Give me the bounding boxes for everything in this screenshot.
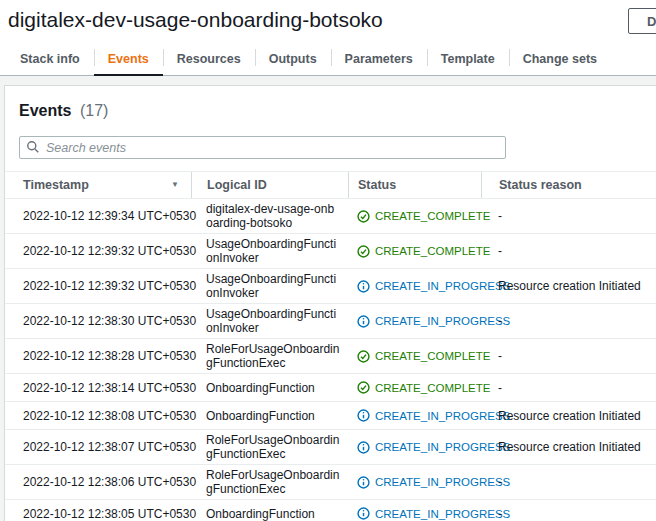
cell-timestamp: 2022-10-12 12:38:07 UTC+0530: [5, 440, 191, 454]
tab-outputs[interactable]: Outputs: [255, 44, 331, 76]
status-label: CREATE_COMPLETE: [375, 381, 490, 395]
tab-parameters[interactable]: Parameters: [331, 44, 427, 76]
info-circle-icon: [357, 315, 370, 328]
tab-label: Events: [108, 52, 149, 66]
delete-button[interactable]: Delete: [628, 8, 656, 34]
cell-timestamp: 2022-10-12 12:38:14 UTC+0530: [5, 381, 191, 395]
column-label: Logical ID: [207, 178, 267, 192]
check-circle-icon: [357, 210, 370, 223]
cell-logical-id: RoleForUsageOnboardingFunctionExec: [191, 468, 348, 496]
cell-logical-id: OnboardingFunction: [191, 381, 348, 395]
tab-label: Template: [441, 52, 495, 66]
table-row: 2022-10-12 12:39:32 UTC+0530 UsageOnboar…: [5, 234, 656, 269]
cell-logical-id: UsageOnboardingFunctionInvoker: [191, 237, 348, 265]
status-icon: [357, 280, 370, 293]
cell-status: CREATE_COMPLETE: [348, 209, 481, 223]
cell-status: CREATE_COMPLETE: [348, 244, 481, 258]
status-icon: [357, 441, 370, 454]
cell-timestamp: 2022-10-12 12:38:08 UTC+0530: [5, 409, 191, 423]
events-panel-title: Events (17): [19, 102, 649, 120]
info-circle-icon: [357, 409, 370, 422]
table-body: 2022-10-12 12:39:34 UTC+0530 digitalex-d…: [5, 199, 656, 521]
cell-timestamp: 2022-10-12 12:38:06 UTC+0530: [5, 475, 191, 489]
table-row: 2022-10-12 12:38:08 UTC+0530 OnboardingF…: [5, 402, 656, 430]
cell-timestamp: 2022-10-12 12:39:34 UTC+0530: [5, 209, 191, 223]
tab-stack-info[interactable]: Stack info: [6, 44, 94, 76]
cell-logical-id: OnboardingFunction: [191, 409, 348, 423]
tab-events[interactable]: Events: [94, 44, 163, 76]
column-header-status-reason[interactable]: Status reason: [481, 172, 656, 198]
cell-status-reason: -: [481, 507, 656, 521]
table-row: 2022-10-12 12:38:05 UTC+0530 OnboardingF…: [5, 500, 656, 521]
status-icon: [357, 409, 370, 422]
cell-logical-id: RoleForUsageOnboardingFunctionExec: [191, 342, 348, 370]
cell-status: CREATE_IN_PROGRESS: [348, 440, 481, 454]
cell-status: CREATE_IN_PROGRESS: [348, 475, 481, 489]
column-header-logical-id[interactable]: Logical ID: [191, 172, 348, 198]
info-circle-icon: [357, 280, 370, 293]
table-row: 2022-10-12 12:38:07 UTC+0530 RoleForUsag…: [5, 430, 656, 465]
cell-status-reason: Resource creation Initiated: [481, 409, 656, 423]
tab-label: Change sets: [523, 52, 597, 66]
status-icon: [357, 350, 370, 363]
search-input[interactable]: [19, 136, 506, 159]
events-count: (17): [80, 102, 108, 119]
tab-label: Resources: [177, 52, 241, 66]
cell-status: CREATE_IN_PROGRESS: [348, 507, 481, 521]
column-header-status[interactable]: Status: [348, 172, 481, 198]
cell-status: CREATE_COMPLETE: [348, 381, 481, 395]
cell-status: CREATE_IN_PROGRESS: [348, 314, 481, 328]
status-icon: [357, 315, 370, 328]
tab-resources[interactable]: Resources: [163, 44, 255, 76]
events-panel: Events (17) Timestamp ▼ Logical ID Statu…: [4, 85, 656, 521]
cell-logical-id: OnboardingFunction: [191, 507, 348, 521]
check-circle-icon: [357, 381, 370, 394]
tab-bar: Stack info Events Resources Outputs Para…: [0, 44, 656, 76]
column-label: Timestamp: [23, 178, 89, 192]
sort-descending-icon[interactable]: ▼: [171, 181, 191, 189]
cell-status-reason: -: [481, 381, 656, 395]
info-circle-icon: [357, 476, 370, 489]
status-icon: [357, 507, 370, 520]
cell-logical-id: RoleForUsageOnboardingFunctionExec: [191, 433, 348, 461]
status-icon: [357, 476, 370, 489]
table-row: 2022-10-12 12:38:14 UTC+0530 OnboardingF…: [5, 374, 656, 402]
cell-status-reason: Resource creation Initiated: [481, 279, 656, 293]
check-circle-icon: [357, 245, 370, 258]
cell-timestamp: 2022-10-12 12:38:05 UTC+0530: [5, 507, 191, 521]
cell-status: CREATE_IN_PROGRESS: [348, 409, 481, 423]
tab-label: Outputs: [269, 52, 317, 66]
cell-logical-id: digitalex-dev-usage-onboarding-botsoko: [191, 202, 348, 230]
tab-change-sets[interactable]: Change sets: [509, 44, 611, 76]
table-row: 2022-10-12 12:38:30 UTC+0530 UsageOnboar…: [5, 304, 656, 339]
cell-logical-id: UsageOnboardingFunctionInvoker: [191, 307, 348, 335]
page-title: digitalex-dev-usage-onboarding-botsoko: [8, 8, 383, 32]
check-circle-icon: [357, 350, 370, 363]
title-row: digitalex-dev-usage-onboarding-botsoko D…: [0, 0, 656, 40]
status-icon: [357, 245, 370, 258]
column-header-timestamp[interactable]: Timestamp ▼: [5, 172, 191, 198]
status-label: CREATE_COMPLETE: [375, 244, 490, 258]
events-title: Events: [19, 102, 71, 119]
cell-status-reason: -: [481, 349, 656, 363]
tab-template[interactable]: Template: [427, 44, 509, 76]
cell-timestamp: 2022-10-12 12:39:32 UTC+0530: [5, 244, 191, 258]
cell-timestamp: 2022-10-12 12:38:30 UTC+0530: [5, 314, 191, 328]
info-circle-icon: [357, 441, 370, 454]
cell-status-reason: -: [481, 244, 656, 258]
column-label: Status reason: [499, 178, 582, 192]
cell-status-reason: -: [481, 475, 656, 489]
cell-timestamp: 2022-10-12 12:39:32 UTC+0530: [5, 279, 191, 293]
column-label: Status: [358, 178, 396, 192]
cell-status: CREATE_COMPLETE: [348, 349, 481, 363]
status-label: CREATE_COMPLETE: [375, 209, 490, 223]
cell-logical-id: UsageOnboardingFunctionInvoker: [191, 272, 348, 300]
cell-timestamp: 2022-10-12 12:38:28 UTC+0530: [5, 349, 191, 363]
tab-label: Parameters: [345, 52, 413, 66]
status-icon: [357, 381, 370, 394]
status-label: CREATE_COMPLETE: [375, 349, 490, 363]
table-header: Timestamp ▼ Logical ID Status Status rea…: [5, 171, 656, 199]
events-panel-header: Events (17): [5, 86, 656, 171]
cell-status: CREATE_IN_PROGRESS: [348, 279, 481, 293]
table-row: 2022-10-12 12:38:06 UTC+0530 RoleForUsag…: [5, 465, 656, 500]
